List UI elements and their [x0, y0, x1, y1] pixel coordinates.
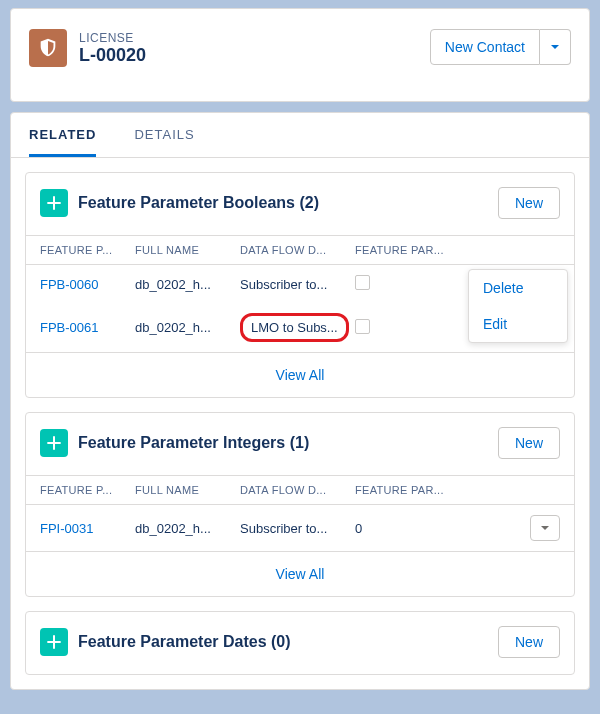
section-booleans: Feature Parameter Booleans (2) New FEATU… — [25, 172, 575, 398]
cell-fullname: db_0202_h... — [135, 521, 240, 536]
license-icon — [29, 29, 67, 67]
record-link[interactable]: FPB-0061 — [40, 320, 135, 335]
record-title: L-00020 — [79, 45, 146, 66]
table-row: FPB-0061 db_0202_h... LMO to Subs... Del… — [26, 303, 574, 352]
dates-icon — [40, 628, 68, 656]
booleans-title: Feature Parameter Booleans (2) — [78, 194, 319, 212]
col-header: FEATURE PAR... — [355, 484, 445, 496]
col-header: DATA FLOW D... — [240, 484, 355, 496]
view-all-booleans[interactable]: View All — [26, 352, 574, 397]
row-actions-menu: Delete Edit — [468, 269, 568, 343]
view-all-integers[interactable]: View All — [26, 551, 574, 596]
col-header: FULL NAME — [135, 244, 240, 256]
col-header: DATA FLOW D... — [240, 244, 355, 256]
new-integer-button[interactable]: New — [498, 427, 560, 459]
tab-related[interactable]: RELATED — [29, 113, 96, 157]
header-actions-menu[interactable] — [540, 29, 571, 65]
dates-title: Feature Parameter Dates (0) — [78, 633, 291, 651]
checkbox[interactable] — [355, 319, 370, 334]
col-header: FEATURE P... — [40, 484, 135, 496]
integers-columns: FEATURE P... FULL NAME DATA FLOW D... FE… — [26, 475, 574, 505]
tab-details[interactable]: DETAILS — [134, 113, 194, 157]
menu-edit[interactable]: Edit — [469, 306, 567, 342]
chevron-down-icon — [540, 523, 550, 533]
new-boolean-button[interactable]: New — [498, 187, 560, 219]
section-dates: Feature Parameter Dates (0) New — [25, 611, 575, 675]
cell-fullname: db_0202_h... — [135, 277, 240, 292]
chevron-down-icon — [550, 42, 560, 52]
record-link[interactable]: FPI-0031 — [40, 521, 135, 536]
object-label: LICENSE — [79, 31, 146, 45]
booleans-columns: FEATURE P... FULL NAME DATA FLOW D... FE… — [26, 235, 574, 265]
row-actions-button[interactable] — [530, 515, 560, 541]
col-header: FEATURE P... — [40, 244, 135, 256]
record-link[interactable]: FPB-0060 — [40, 277, 135, 292]
record-header: LICENSE L-00020 New Contact — [10, 8, 590, 102]
cell-fullname: db_0202_h... — [135, 320, 240, 335]
section-integers: Feature Parameter Integers (1) New FEATU… — [25, 412, 575, 597]
content-card: RELATED DETAILS Feature Parameter Boolea… — [10, 112, 590, 690]
cell-flow: Subscriber to... — [240, 277, 355, 292]
booleans-icon — [40, 189, 68, 217]
menu-delete[interactable]: Delete — [469, 270, 567, 306]
tab-bar: RELATED DETAILS — [11, 113, 589, 158]
new-date-button[interactable]: New — [498, 626, 560, 658]
header-actions: New Contact — [430, 29, 571, 65]
new-contact-button[interactable]: New Contact — [430, 29, 540, 65]
integers-icon — [40, 429, 68, 457]
cell-value: 0 — [355, 521, 445, 536]
highlight-annotation: LMO to Subs... — [240, 313, 349, 342]
cell-flow-highlighted: LMO to Subs... — [240, 313, 355, 342]
checkbox[interactable] — [355, 275, 370, 290]
integers-title: Feature Parameter Integers (1) — [78, 434, 309, 452]
cell-flow: Subscriber to... — [240, 521, 355, 536]
col-header: FULL NAME — [135, 484, 240, 496]
table-row: FPI-0031 db_0202_h... Subscriber to... 0 — [26, 505, 574, 551]
col-header: FEATURE PAR... — [355, 244, 445, 256]
